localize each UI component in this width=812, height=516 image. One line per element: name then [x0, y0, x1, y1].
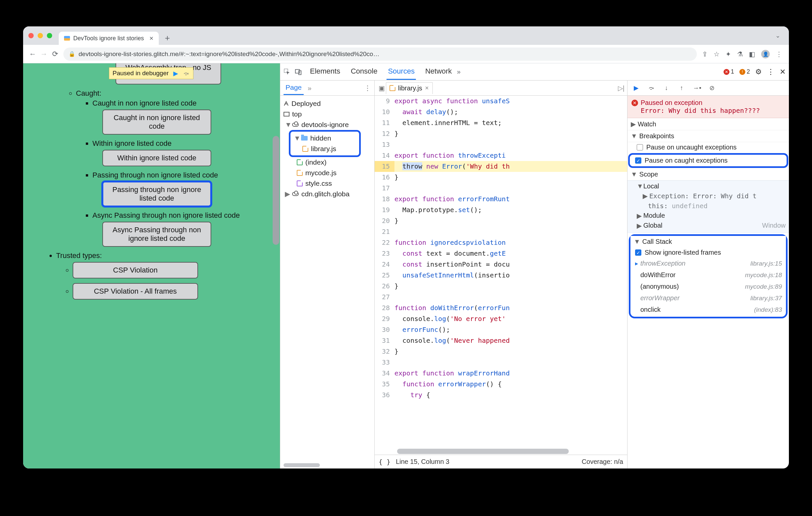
code-line[interactable]: 36 try { — [375, 390, 627, 400]
maximize-window-icon[interactable] — [47, 33, 52, 38]
forward-button[interactable]: → — [38, 50, 50, 58]
page-button[interactable]: CSP Violation — [72, 262, 198, 278]
settings-gear-icon[interactable]: ⚙ — [755, 68, 762, 76]
resume-icon[interactable]: ▶ — [632, 84, 640, 92]
tree-style[interactable]: style.css — [282, 178, 372, 189]
step-into-icon[interactable]: ↓ — [663, 85, 670, 92]
page-button[interactable]: Within ignore listed code — [102, 150, 211, 166]
code-line[interactable]: 25 unsafeSetInnerHtml(insertio — [375, 270, 627, 281]
code-line[interactable]: 24 const insertionPoint = docu — [375, 259, 627, 270]
share-icon[interactable]: ⇪ — [702, 50, 708, 58]
devtools-tab-console[interactable]: Console — [350, 64, 379, 80]
code-editor[interactable]: 9export async function unsafeS10 await d… — [375, 96, 627, 455]
callstack-frame[interactable]: errorWrapperlibrary.js:37 — [631, 292, 786, 304]
code-line[interactable]: 18export function errorFromRunt — [375, 194, 627, 205]
watch-section-header[interactable]: ▶Watch — [628, 118, 789, 130]
scope-exception[interactable]: ▶Exception: Error: Why did t — [628, 191, 789, 201]
code-line[interactable]: 33 — [375, 357, 627, 368]
code-line[interactable]: 23 const text = document.getE — [375, 248, 627, 259]
close-devtools-icon[interactable]: ✕ — [780, 68, 786, 76]
scope-module[interactable]: ▶Module — [628, 211, 789, 221]
devtools-tab-network[interactable]: Network — [424, 64, 453, 80]
callstack-frame[interactable]: doWithErrormycode.js:18 — [631, 269, 786, 281]
page-scrollbar-track[interactable] — [272, 63, 280, 468]
sidepanel-icon[interactable]: ◧ — [749, 50, 755, 58]
pretty-print-icon[interactable]: { } — [379, 458, 390, 466]
code-line[interactable]: 10 await delay(); — [375, 107, 627, 117]
devtools-more-tabs-icon[interactable]: » — [453, 68, 464, 75]
tree-domain[interactable]: ▼ devtools-ignore — [282, 119, 372, 130]
close-tab-icon[interactable]: ✕ — [149, 35, 153, 41]
navigator-menu-icon[interactable]: ⋮ — [364, 84, 371, 92]
code-line[interactable]: 14export function throwExcepti — [375, 150, 627, 161]
code-line[interactable]: 16} — [375, 172, 627, 183]
code-line[interactable]: 34export function wrapErrorHand — [375, 368, 627, 379]
page-button[interactable]: Caught in non ignore listed code — [102, 110, 211, 134]
overlay-resume-icon[interactable]: ▶ — [172, 70, 179, 76]
code-line[interactable]: 21 — [375, 226, 627, 237]
code-line[interactable]: 20} — [375, 215, 627, 226]
checkbox-icon[interactable] — [637, 144, 643, 150]
code-line[interactable]: 30 errorFunc(); — [375, 324, 627, 335]
page-button[interactable]: Async Passing through non ignore listed … — [102, 222, 211, 247]
code-line[interactable]: 27 — [375, 292, 627, 303]
page-button[interactable]: Passing through non ignore listed code — [102, 181, 211, 207]
tree-hidden-folder[interactable]: ▼ hidden — [291, 133, 358, 144]
callstack-frame[interactable]: (anonymous)mycode.js:89 — [631, 281, 786, 292]
step-over-icon[interactable]: ⤼ — [647, 84, 655, 92]
file-tree[interactable]: Deployed top ▼ devtools-ignore — [280, 96, 374, 202]
editor-history-icon[interactable]: ▣ — [377, 84, 386, 92]
navigator-more-icon[interactable]: » — [308, 84, 312, 92]
tree-mycode[interactable]: mycode.js — [282, 168, 372, 178]
tree-library-js[interactable]: library.js — [291, 144, 358, 154]
deactivate-breakpoints-icon[interactable]: ⊘ — [708, 84, 716, 92]
step-icon[interactable]: →• — [693, 85, 701, 92]
tree-cdn[interactable]: ▶ cdn.glitch.globa — [282, 189, 372, 199]
step-out-icon[interactable]: ↑ — [678, 85, 686, 92]
callstack-section-header[interactable]: ▼Call Stack — [631, 236, 786, 247]
tab-overflow-button[interactable]: ⌄ — [775, 32, 784, 39]
show-ignore-listed-checkbox[interactable]: ✓ Show ignore-listed frames — [631, 247, 786, 258]
checkbox-checked-icon[interactable]: ✓ — [635, 249, 641, 256]
address-bar[interactable]: 🔒 devtools-ignore-list-stories.glitch.me… — [63, 48, 697, 61]
callstack-frame[interactable]: onclick(index):83 — [631, 304, 786, 315]
checkbox-checked-icon[interactable]: ✓ — [635, 157, 641, 164]
devtools-tab-sources[interactable]: Sources — [386, 64, 416, 80]
code-line[interactable]: 29 console.log('No error yet' — [375, 313, 627, 324]
scope-section-header[interactable]: ▼Scope — [628, 169, 789, 180]
profile-avatar[interactable]: 👤 — [761, 50, 770, 58]
devtools-tab-elements[interactable]: Elements — [309, 64, 342, 80]
lock-icon[interactable]: 🔒 — [69, 51, 75, 57]
overlay-step-icon[interactable]: ⤼ — [182, 70, 190, 76]
browser-tab[interactable]: DevTools ignore list stories ✕ — [59, 32, 159, 45]
callstack-frame[interactable]: throwExceptionlibrary.js:15 — [631, 258, 786, 269]
scope-this[interactable]: this: undefined — [628, 201, 789, 211]
code-line[interactable]: 22function ignoredcspviolation — [375, 237, 627, 248]
page-subtab[interactable]: Page — [284, 81, 304, 95]
code-line[interactable]: 9export async function unsafeS — [375, 96, 627, 107]
pause-caught-checkbox[interactable]: ✓ Pause on caught exceptions — [631, 155, 785, 165]
code-line[interactable]: 17 — [375, 183, 627, 194]
close-window-icon[interactable] — [28, 33, 34, 38]
editor-tab-library[interactable]: library.js ✕ — [386, 82, 433, 94]
page-scrollbar-thumb[interactable] — [273, 136, 279, 245]
extensions-icon[interactable]: ✦ — [726, 50, 731, 58]
close-editor-tab-icon[interactable]: ✕ — [425, 85, 429, 91]
scope-global[interactable]: ▶GlobalWindow — [628, 221, 789, 231]
code-line[interactable]: 12} — [375, 128, 627, 139]
code-line[interactable]: 28function doWithError(errorFun — [375, 303, 627, 313]
pause-uncaught-checkbox[interactable]: Pause on uncaught exceptions — [628, 142, 789, 152]
code-line[interactable]: 35 function errorWrapper() { — [375, 379, 627, 390]
warning-count-badge[interactable]: !2 — [740, 68, 750, 75]
back-button[interactable]: ← — [27, 50, 38, 58]
code-line[interactable]: 15 throw new Error('Why did th — [375, 161, 627, 172]
minimize-window-icon[interactable] — [38, 33, 43, 38]
editor-more-icon[interactable]: ▷| — [618, 84, 625, 92]
tree-index[interactable]: (index) — [282, 157, 372, 168]
error-count-badge[interactable]: ✕1 — [724, 68, 734, 75]
new-tab-button[interactable]: + — [163, 33, 172, 42]
navigator-scrollbar[interactable] — [280, 462, 374, 468]
tree-deployed[interactable]: Deployed — [282, 98, 372, 109]
bookmark-icon[interactable]: ☆ — [714, 50, 720, 58]
tree-top[interactable]: top — [282, 109, 372, 119]
